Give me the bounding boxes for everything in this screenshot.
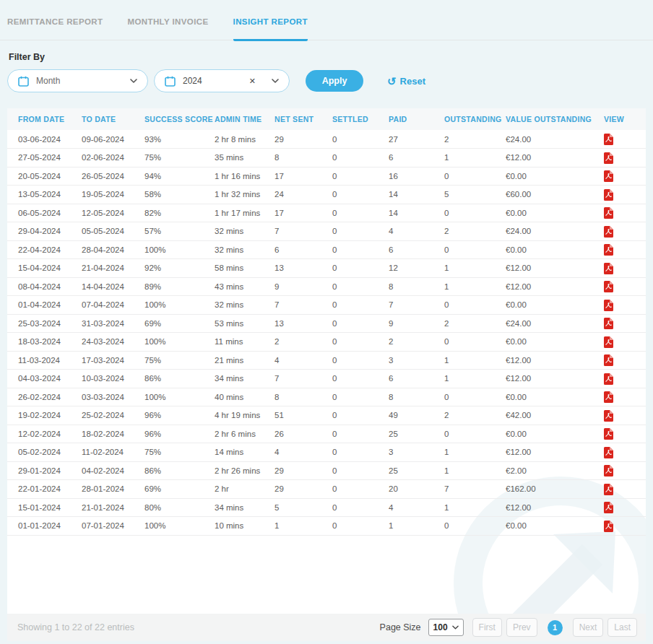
page-size-select[interactable]: 100 xyxy=(428,619,464,636)
cell-value-outstanding: €0.00 xyxy=(495,296,593,315)
cell-success-score: 86% xyxy=(134,461,204,480)
column-header-value-outstanding: VALUE OUTSTANDING xyxy=(495,108,593,130)
current-page-badge[interactable]: 1 xyxy=(548,620,563,635)
cell-success-score: 100% xyxy=(134,333,204,352)
table-row: 11-03-2024 17-03-2024 75% 21 mins 4 0 3 … xyxy=(7,351,646,370)
prev-page-button[interactable]: Prev xyxy=(506,618,537,637)
cell-to-date: 07-04-2024 xyxy=(71,296,134,315)
cell-admin-time: 4 hr 19 mins xyxy=(204,406,264,425)
table-row: 01-04-2024 07-04-2024 100% 32 mins 7 0 7… xyxy=(7,296,646,315)
pdf-file-icon[interactable] xyxy=(604,521,613,532)
cell-outstanding: 1 xyxy=(433,461,495,480)
cell-success-score: 100% xyxy=(134,388,204,406)
cell-from-date: 26-02-2024 xyxy=(7,388,71,406)
cell-settled: 0 xyxy=(321,186,378,204)
pdf-file-icon[interactable] xyxy=(604,189,613,201)
pdf-file-icon[interactable] xyxy=(604,318,613,329)
table-row: 04-03-2024 10-03-2024 86% 34 mins 7 0 6 … xyxy=(7,370,646,388)
table-row: 08-04-2024 14-04-2024 89% 43 mins 9 0 8 … xyxy=(7,277,646,296)
cell-to-date: 14-04-2024 xyxy=(71,277,134,296)
pdf-file-icon[interactable] xyxy=(604,428,613,440)
cell-net-sent: 29 xyxy=(264,480,321,499)
pdf-file-icon[interactable] xyxy=(604,502,613,513)
reset-button[interactable]: ↺ Reset xyxy=(387,76,425,87)
chevron-down-icon xyxy=(130,79,137,83)
cell-success-score: 69% xyxy=(134,314,204,333)
cell-admin-time: 34 mins xyxy=(204,498,264,517)
month-select-value: Month xyxy=(36,76,123,86)
cell-admin-time: 14 mins xyxy=(204,443,264,462)
cell-view xyxy=(593,314,646,333)
next-page-button[interactable]: Next xyxy=(573,618,604,637)
cell-outstanding: 0 xyxy=(433,296,495,315)
pdf-file-icon[interactable] xyxy=(604,226,613,238)
pdf-file-icon[interactable] xyxy=(604,447,613,458)
tab-remittance-report[interactable]: REMITTANCE REPORT xyxy=(7,0,103,41)
cell-view xyxy=(593,240,646,259)
cell-view xyxy=(593,277,646,296)
table-row: 13-05-2024 19-05-2024 58% 1 hr 32 mins 2… xyxy=(7,186,646,204)
cell-view xyxy=(593,149,646,167)
calendar-icon xyxy=(18,76,29,87)
showing-entries-text: Showing 1 to 22 of 22 entries xyxy=(17,622,134,632)
pagination-bar: Showing 1 to 22 of 22 entries Page Size … xyxy=(7,614,646,641)
clear-icon[interactable]: ✕ xyxy=(249,77,256,86)
cell-success-score: 75% xyxy=(134,443,204,462)
reset-label: Reset xyxy=(400,76,425,87)
pdf-file-icon[interactable] xyxy=(604,410,613,422)
cell-settled: 0 xyxy=(321,296,378,315)
cell-outstanding: 1 xyxy=(433,149,495,167)
cell-settled: 0 xyxy=(321,461,378,480)
cell-settled: 0 xyxy=(321,498,378,517)
cell-from-date: 29-04-2024 xyxy=(7,222,71,241)
cell-to-date: 07-01-2024 xyxy=(71,517,134,536)
cell-net-sent: 26 xyxy=(264,425,321,443)
pdf-file-icon[interactable] xyxy=(604,465,613,477)
first-page-button[interactable]: First xyxy=(472,618,502,637)
cell-net-sent: 24 xyxy=(264,186,321,204)
last-page-button[interactable]: Last xyxy=(607,618,637,637)
tab-insight-report[interactable]: INSIGHT REPORT xyxy=(233,0,308,41)
chevron-down-icon xyxy=(452,625,459,630)
apply-button[interactable]: Apply xyxy=(306,70,363,92)
pdf-file-icon[interactable] xyxy=(604,354,613,366)
cell-to-date: 21-04-2024 xyxy=(71,259,134,278)
pdf-file-icon[interactable] xyxy=(604,152,613,164)
column-header-success-score: SUCCESS SCORE xyxy=(134,108,204,130)
pdf-file-icon[interactable] xyxy=(604,281,613,292)
cell-admin-time: 34 mins xyxy=(204,370,264,388)
cell-to-date: 31-03-2024 xyxy=(71,314,134,333)
pdf-file-icon[interactable] xyxy=(604,373,613,385)
pdf-file-icon[interactable] xyxy=(604,484,613,495)
table-row: 03-06-2024 09-06-2024 93% 2 hr 8 mins 29… xyxy=(7,130,646,149)
pdf-file-icon[interactable] xyxy=(604,336,613,348)
pdf-file-icon[interactable] xyxy=(604,244,613,256)
cell-outstanding: 0 xyxy=(433,204,495,222)
cell-net-sent: 17 xyxy=(264,167,321,186)
cell-admin-time: 43 mins xyxy=(204,277,264,296)
month-select[interactable]: Month xyxy=(7,69,148,92)
cell-from-date: 12-02-2024 xyxy=(7,425,71,443)
cell-settled: 0 xyxy=(321,480,378,499)
year-select-value: 2024 xyxy=(183,76,242,86)
pdf-file-icon[interactable] xyxy=(604,207,613,219)
pdf-file-icon[interactable] xyxy=(604,134,613,145)
cell-value-outstanding: €42.00 xyxy=(495,406,593,425)
pdf-file-icon[interactable] xyxy=(604,391,613,403)
pdf-file-icon[interactable] xyxy=(604,300,613,311)
cell-admin-time: 2 hr 8 mins xyxy=(204,130,264,149)
cell-net-sent: 9 xyxy=(264,277,321,296)
pdf-file-icon[interactable] xyxy=(604,170,613,182)
cell-to-date: 17-03-2024 xyxy=(71,351,134,370)
cell-value-outstanding: €12.00 xyxy=(495,370,593,388)
cell-admin-time: 10 mins xyxy=(204,517,264,536)
cell-value-outstanding: €0.00 xyxy=(495,167,593,186)
undo-arrow-icon: ↺ xyxy=(387,76,397,87)
table-row: 05-02-2024 11-02-2024 75% 14 mins 4 0 3 … xyxy=(7,443,646,462)
column-header-outstanding: OUTSTANDING xyxy=(433,108,495,130)
cell-paid: 6 xyxy=(378,149,433,167)
tab-monthly-invoice[interactable]: MONTHLY INVOICE xyxy=(127,0,208,41)
year-select[interactable]: 2024 ✕ xyxy=(154,69,290,92)
cell-from-date: 11-03-2024 xyxy=(7,351,71,370)
pdf-file-icon[interactable] xyxy=(604,263,613,274)
